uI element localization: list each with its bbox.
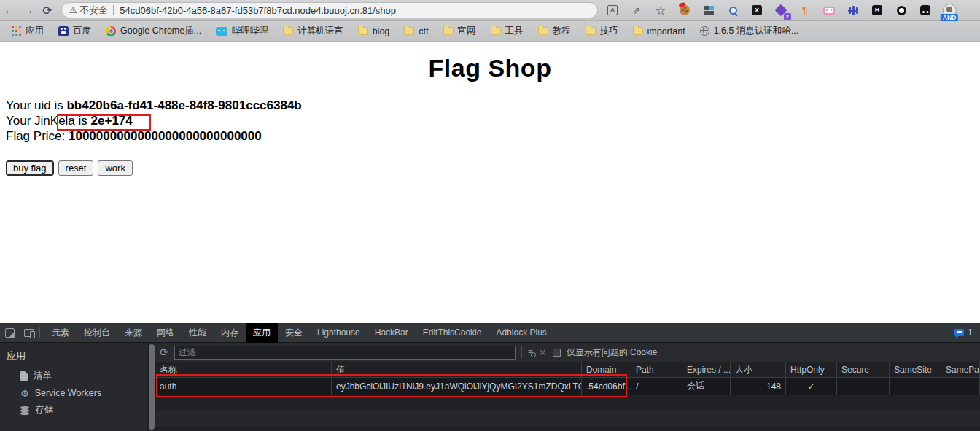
bookmark-bilibili[interactable]: 哔哩哔哩 (210, 23, 274, 39)
jinkela-value: 2e+174 (91, 114, 133, 128)
extension-badge: 2 (784, 13, 791, 20)
col-samesite[interactable]: SameSite (890, 362, 941, 377)
profile-avatar[interactable]: AND (941, 1, 958, 19)
inspect-element-icon[interactable] (0, 323, 19, 342)
bookmark-folder-languages[interactable]: 计算机语言 (277, 23, 349, 39)
bookmark-folder-tutorials[interactable]: 教程 (532, 23, 577, 39)
cookie-filter-input[interactable] (174, 346, 516, 360)
device-toolbar-icon[interactable] (19, 323, 38, 342)
tab-memory[interactable]: 内存 (214, 323, 246, 343)
cookie-row-auth[interactable]: auth eyJhbGciOiJIUzI1NiJ9.eyJ1aWQiOiJiYj… (155, 378, 980, 395)
sidebar-item-service-workers[interactable]: ⚙Service Workers (0, 385, 147, 401)
cookie-path[interactable]: / (631, 378, 682, 395)
tab-lighthouse[interactable]: Lighthouse (310, 323, 368, 343)
devtools-panel: 元素 控制台 来源 网络 性能 内存 应用 安全 Lighthouse Hack… (0, 323, 980, 431)
tab-elements[interactable]: 元素 (44, 323, 77, 343)
clear-filter-icon[interactable]: ✕ (539, 347, 547, 358)
cookies-panel: ⟳ ≡ ✕ 仅显示有问题的 Cookie 名称 值 Domain Path Ex… (155, 343, 980, 431)
document-icon (20, 371, 28, 381)
hackbar-tuner-icon[interactable] (844, 1, 862, 19)
cookie-secure[interactable] (837, 378, 890, 395)
x-extension-icon[interactable]: X (748, 1, 766, 19)
dots-extension-icon[interactable] (917, 1, 934, 19)
folder-icon (358, 27, 368, 35)
filter-funnel-icon[interactable]: ≡ (528, 347, 533, 357)
sidebar-item-storage-clear[interactable]: 存储 (0, 401, 147, 419)
col-httponly[interactable]: HttpOnly (786, 362, 837, 377)
cookie-sameparty[interactable] (941, 378, 980, 395)
toolbar-extensions: A ⇗ ☆ X 2 ¶ H AND (604, 1, 958, 19)
tab-console[interactable]: 控制台 (77, 323, 117, 343)
share-icon[interactable]: ⇗ (628, 1, 645, 19)
cookies-refresh-icon[interactable]: ⟳ (160, 346, 168, 358)
cookie-httponly-check[interactable]: ✓ (786, 378, 837, 395)
cookie-value[interactable]: eyJhbGciOiJIUzI1NiJ9.eyJ1aWQiOiJiYjQyMGI… (332, 378, 582, 395)
col-size[interactable]: 大小 (731, 362, 786, 377)
bookmark-apps[interactable]: 应用 (6, 23, 50, 39)
uid-value: bb420b6a-fd41-488e-84f8-9801ccc6384b (66, 98, 301, 112)
database-icon (20, 406, 29, 409)
tab-sources[interactable]: 来源 (117, 323, 149, 343)
only-problem-cookies-label: 仅显示有问题的 Cookie (567, 346, 658, 359)
tab-editthiscookie[interactable]: EditThisCookie (416, 323, 489, 343)
security-label: 不安全 (80, 4, 108, 17)
sidebar-scrollbar[interactable] (147, 343, 155, 431)
col-path[interactable]: Path (631, 362, 682, 377)
address-bar[interactable]: ⚠ 不安全 54cd06bf-42b0-4a56-8a67-fd53b7f8b7… (61, 2, 598, 18)
editthiscookie-icon[interactable] (676, 1, 693, 19)
col-domain[interactable]: Domain (582, 362, 631, 377)
bookmark-folder-tools[interactable]: 工具 (485, 23, 529, 39)
tab-network[interactable]: 网络 (149, 323, 182, 343)
work-button[interactable]: work (98, 160, 132, 176)
jinkela-line: Your JinKela is 2e+174 (6, 113, 980, 128)
cookie-samesite[interactable] (890, 378, 941, 395)
bookmark-chrome-plugins[interactable]: Google Chrome插... (100, 23, 207, 39)
tab-security[interactable]: 安全 (278, 323, 310, 343)
paragraph-extension-icon[interactable]: ¶ (796, 1, 814, 19)
tab-hackbar[interactable]: HackBar (368, 323, 416, 343)
cookie-table-header: 名称 值 Domain Path Expires / ... 大小 HttpOn… (155, 362, 980, 378)
h-extension-icon[interactable]: H (868, 1, 886, 19)
cookie-name[interactable]: auth (155, 378, 332, 395)
col-secure[interactable]: Secure (837, 362, 890, 377)
bookmark-folder-official[interactable]: 官网 (438, 23, 482, 39)
col-name[interactable]: 名称 (155, 362, 332, 377)
cookie-expires[interactable]: 会话 (682, 378, 731, 395)
col-expires[interactable]: Expires / ... (682, 362, 731, 377)
bookmark-star-icon[interactable]: ☆ (652, 1, 669, 19)
cookie-domain[interactable]: .54cd06bf... (582, 378, 631, 395)
col-sameparty[interactable]: SameParty (941, 362, 980, 377)
purple-stack-extension-icon[interactable]: 2 (772, 1, 790, 19)
tab-performance[interactable]: 性能 (182, 323, 214, 343)
tab-adblock-plus[interactable]: Adblock Plus (489, 323, 553, 343)
tab-application[interactable]: 应用 (246, 323, 278, 343)
folder-icon (538, 27, 548, 35)
reset-button[interactable]: reset (58, 160, 94, 176)
apps-grid-icon (12, 26, 21, 36)
translate-icon[interactable]: A (604, 1, 621, 19)
tabbar-divider (39, 327, 40, 338)
sidebar-section-storage: 存储 (0, 427, 147, 431)
bookmark-folder-important[interactable]: important (627, 24, 691, 39)
bookmark-folder-ctf[interactable]: ctf (398, 24, 434, 39)
sidebar-item-manifest[interactable]: 清单 (0, 367, 147, 385)
refresh-icon[interactable]: ⟳ (38, 4, 57, 18)
col-value[interactable]: 值 (332, 362, 582, 377)
search-lens-icon[interactable] (724, 1, 742, 19)
bookmark-hash-article[interactable]: 1.6.5 消息认证和哈... (694, 23, 805, 39)
only-problem-cookies-checkbox[interactable] (553, 349, 561, 357)
folder-icon (404, 27, 414, 35)
issues-counter[interactable]: 1 (954, 327, 973, 338)
cookie-size[interactable]: 148 (731, 378, 786, 395)
bookmark-baidu[interactable]: 百度 (52, 23, 97, 39)
bilibili-extension-icon[interactable] (820, 1, 838, 19)
price-line: Flag Price: 1000000000000000000000000000 (6, 128, 980, 144)
extensions-blocks-icon[interactable] (700, 1, 718, 19)
scrollbar-thumb[interactable] (149, 344, 155, 430)
forward-icon[interactable]: → (19, 4, 38, 17)
buy-flag-button[interactable]: buy flag (6, 160, 54, 176)
back-icon[interactable]: ← (0, 4, 19, 17)
bookmark-folder-tips[interactable]: 技巧 (580, 23, 624, 39)
bookmark-folder-blog[interactable]: blog (352, 24, 396, 39)
ring-extension-icon[interactable] (892, 1, 910, 19)
